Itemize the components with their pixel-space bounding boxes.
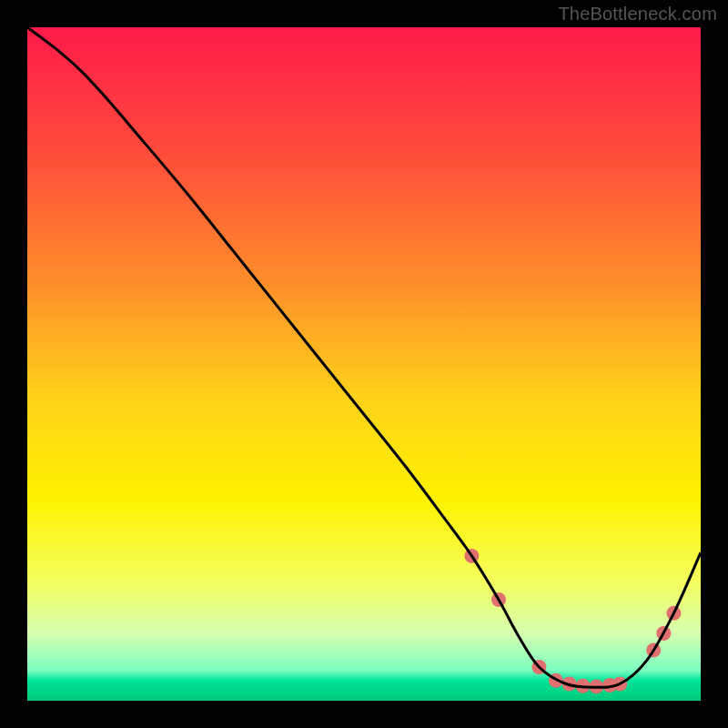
gradient-background bbox=[27, 27, 701, 701]
watermark-text: TheBottleneck.com bbox=[558, 4, 717, 25]
chart-stage: TheBottleneck.com bbox=[0, 0, 728, 728]
plot-area bbox=[27, 27, 701, 701]
chart-svg bbox=[27, 27, 701, 701]
